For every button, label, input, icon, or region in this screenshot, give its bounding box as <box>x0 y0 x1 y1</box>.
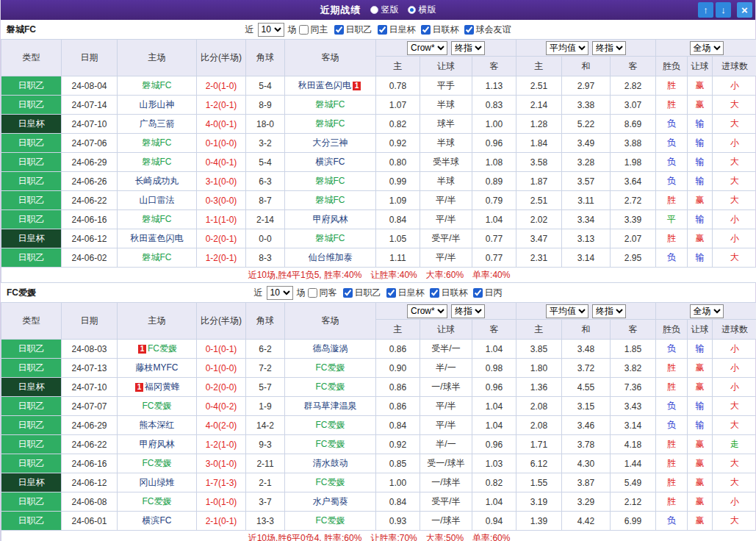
home-team-name[interactable]: 磐城FC <box>143 252 172 262</box>
league-type-cell: 日皇杯 <box>1 229 62 248</box>
league-filter-checkbox[interactable]: 日职乙 <box>343 287 381 299</box>
away-team-name[interactable]: 磐城FC <box>316 195 345 205</box>
away-team-name[interactable]: FC爱媛 <box>316 420 345 430</box>
league-filter-checkbox[interactable]: 日皇杯 <box>378 24 416 36</box>
result-wdl-cell: 负 <box>656 172 688 191</box>
home-team-name[interactable]: 磐城FC <box>143 214 172 224</box>
league-checkbox-input[interactable] <box>464 25 474 35</box>
home-team-name[interactable]: 秋田蓝色闪电 <box>131 233 184 243</box>
away-team-name[interactable]: 磐城FC <box>316 99 345 110</box>
away-team-name[interactable]: FC爱媛 <box>316 477 345 487</box>
close-button[interactable]: × <box>737 2 752 18</box>
home-team-name[interactable]: 横滨FC <box>143 515 172 526</box>
same-venue-checkbox-input[interactable] <box>308 288 317 298</box>
league-checkbox-input[interactable] <box>473 288 483 298</box>
league-filter-checkbox[interactable]: 日联杯 <box>421 24 459 36</box>
home-team-name[interactable]: 藤枝MYFC <box>136 362 179 373</box>
away-team-cell: FC爱媛 <box>285 359 376 378</box>
home-team-name[interactable]: FC爱媛 <box>148 343 177 354</box>
avg-draw-cell: 3.15 <box>562 397 611 416</box>
league-checkbox-input[interactable] <box>430 288 439 298</box>
period-select[interactable]: 全场 <box>690 41 724 55</box>
bookmaker-select[interactable]: Crow* <box>407 304 447 318</box>
away-team-name[interactable]: 甲府风林 <box>313 214 348 224</box>
away-team-name[interactable]: 仙台维加泰 <box>309 252 353 262</box>
away-team-name[interactable]: 水户蜀葵 <box>313 496 348 506</box>
league-checkbox-input[interactable] <box>421 25 431 35</box>
league-checkbox-input[interactable] <box>334 25 344 35</box>
league-checkbox-input[interactable] <box>378 25 387 35</box>
home-team-name[interactable]: 磐城FC <box>143 80 172 90</box>
home-team-name[interactable]: 长崎成功丸 <box>135 176 179 186</box>
away-team-name[interactable]: 磐城FC <box>316 233 345 243</box>
same-venue-checkbox[interactable]: 同主 <box>299 24 328 36</box>
result-handicap-cell: 输 <box>688 134 713 153</box>
average-time-select[interactable]: 终指 <box>592 41 626 55</box>
away-team-name[interactable]: 大分三神 <box>313 137 348 148</box>
away-team-cell: 磐城FC <box>285 191 376 210</box>
same-venue-checkbox[interactable]: 同客 <box>308 287 337 299</box>
home-team-name[interactable]: FC爱媛 <box>143 496 172 506</box>
away-team-name[interactable]: 德岛漩涡 <box>313 343 348 354</box>
table-row: 日职乙 24-06-22 山口雷法 0-3(0-0) 8-7 磐城FC 1.09… <box>1 191 756 210</box>
home-team-name[interactable]: 磐城FC <box>143 157 172 167</box>
scroll-down-button[interactable]: ↓ <box>716 2 731 18</box>
result-goals-cell: 大 <box>713 248 756 268</box>
sub-header-away-odds: 客 <box>472 57 516 76</box>
vertical-layout-radio[interactable]: 竖版 <box>370 4 399 16</box>
league-filter-checkbox[interactable]: 日联杯 <box>430 287 468 299</box>
away-team-name[interactable]: 横滨FC <box>316 157 345 167</box>
league-checkbox-input[interactable] <box>343 288 353 298</box>
away-team-name[interactable]: 磐城FC <box>316 176 345 186</box>
home-team-name[interactable]: 广岛三箭 <box>140 118 175 129</box>
table-row: 日职乙 24-06-16 FC爱媛 3-0(1-0) 2-11 清水鼓动 0.8… <box>1 454 756 473</box>
score-cell: 3-0(1-0) <box>197 454 246 473</box>
home-team-name[interactable]: 甲府风林 <box>140 439 175 449</box>
bookmaker-select[interactable]: Crow* <box>407 41 447 55</box>
games-label: 场 <box>288 24 297 36</box>
away-team-name[interactable]: FC爱媛 <box>316 362 345 373</box>
away-team-name[interactable]: 清水鼓动 <box>313 458 348 468</box>
average-select[interactable]: 平均值 <box>546 304 588 318</box>
horizontal-layout-radio[interactable]: 横版 <box>408 4 436 16</box>
league-filter-checkbox[interactable]: 球会友谊 <box>464 24 511 36</box>
result-goals-cell: 大 <box>713 512 756 531</box>
home-team-name[interactable]: 山口雷法 <box>140 195 175 205</box>
col-header-date: 日期 <box>62 40 118 76</box>
average-select[interactable]: 平均值 <box>546 41 588 55</box>
home-team-name[interactable]: 熊本深红 <box>140 420 175 430</box>
odds-time-select[interactable]: 终指 <box>451 41 485 55</box>
league-filter-checkbox[interactable]: 日丙 <box>473 287 503 299</box>
league-checkbox-input[interactable] <box>386 288 396 298</box>
average-time-select[interactable]: 终指 <box>592 304 626 318</box>
home-team-name[interactable]: FC爱媛 <box>143 401 172 411</box>
odds-group-header: Crow* 终指 <box>376 40 516 57</box>
home-team-cell: 秋田蓝色闪电 <box>118 229 197 248</box>
home-team-name[interactable]: 福冈黄蜂 <box>145 381 180 392</box>
result-wdl-cell: 负 <box>656 340 688 359</box>
match-count-select[interactable]: 10 <box>267 286 293 300</box>
away-team-name[interactable]: 秋田蓝色闪电 <box>298 80 351 90</box>
away-team-name[interactable]: FC爱媛 <box>316 381 345 392</box>
away-team-name[interactable]: FC爱媛 <box>316 439 345 449</box>
home-team-name[interactable]: FC爱媛 <box>143 458 172 468</box>
home-team-name[interactable]: 冈山绿雉 <box>140 477 175 487</box>
home-team-name[interactable]: 山形山神 <box>140 99 175 110</box>
odds-time-select[interactable]: 终指 <box>451 304 485 318</box>
league-filter-checkbox[interactable]: 日职乙 <box>334 24 372 36</box>
away-team-cell: 清水鼓动 <box>285 454 376 473</box>
result-handicap-cell: 输 <box>688 115 713 134</box>
home-team-name[interactable]: 磐城FC <box>143 137 172 148</box>
away-team-name[interactable]: FC爱媛 <box>316 515 345 526</box>
league-filter-checkbox[interactable]: 日皇杯 <box>386 287 425 299</box>
same-venue-label: 同主 <box>311 24 328 36</box>
table-row: 日职乙 24-06-29 磐城FC 0-4(0-1) 5-4 横滨FC 0.80… <box>1 153 756 172</box>
match-count-select[interactable]: 10 <box>258 23 284 37</box>
scroll-up-button[interactable]: ↑ <box>698 2 713 18</box>
away-team-name[interactable]: 磐城FC <box>316 118 345 129</box>
away-team-name[interactable]: 群马草津温泉 <box>304 401 357 411</box>
odds-home-cell: 0.86 <box>376 397 420 416</box>
same-venue-checkbox-input[interactable] <box>299 25 309 35</box>
period-select[interactable]: 全场 <box>690 304 724 318</box>
avg-home-cell: 2.31 <box>516 248 562 268</box>
